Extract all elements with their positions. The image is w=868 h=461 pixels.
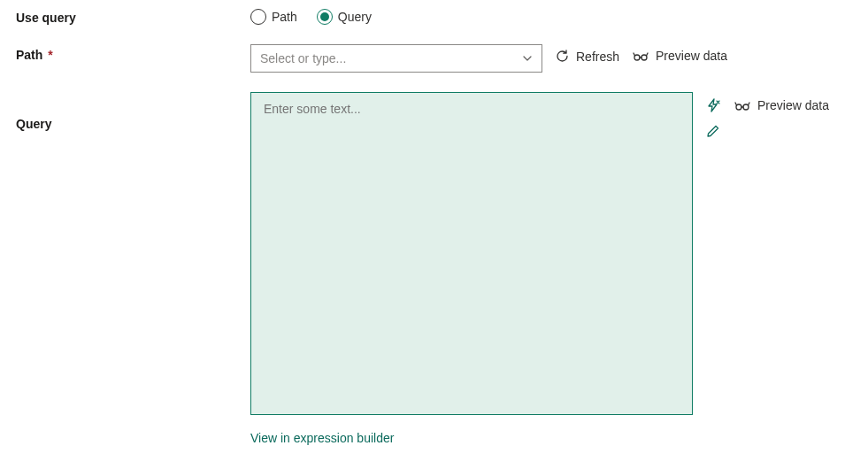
use-query-radio-group: Path Query: [250, 7, 372, 25]
radio-query-label: Query: [338, 10, 372, 24]
refresh-button[interactable]: Refresh: [555, 44, 619, 64]
preview-data-label-2: Preview data: [757, 98, 829, 112]
preview-data-button[interactable]: Preview data: [632, 44, 727, 63]
preview-data-label: Preview data: [656, 49, 727, 63]
lightning-icon: [705, 97, 721, 113]
required-asterisk: *: [48, 48, 52, 62]
use-query-label: Use query: [16, 7, 250, 25]
edit-button[interactable]: [705, 124, 720, 139]
preview-data-button-2[interactable]: Preview data: [734, 98, 829, 112]
query-side-actions: Preview data: [705, 92, 829, 139]
glasses-icon: [632, 50, 649, 62]
query-textarea[interactable]: [250, 92, 693, 415]
path-select[interactable]: Select or type...: [250, 44, 542, 73]
refresh-label: Refresh: [576, 50, 619, 64]
expression-builder-link[interactable]: View in expression builder: [250, 431, 829, 445]
radio-circle-icon: [250, 9, 266, 25]
refresh-icon: [555, 49, 570, 64]
path-label-text: Path: [16, 48, 42, 62]
pencil-icon: [705, 124, 720, 139]
radio-path-label: Path: [272, 10, 297, 24]
chevron-down-icon: [522, 53, 533, 64]
radio-query[interactable]: Query: [317, 9, 372, 25]
radio-path[interactable]: Path: [250, 9, 297, 25]
path-select-placeholder: Select or type...: [260, 51, 346, 65]
lightning-button[interactable]: [705, 97, 721, 113]
query-label: Query: [16, 92, 250, 131]
glasses-icon: [734, 99, 751, 111]
path-label: Path *: [16, 44, 250, 62]
radio-circle-icon: [317, 9, 333, 25]
